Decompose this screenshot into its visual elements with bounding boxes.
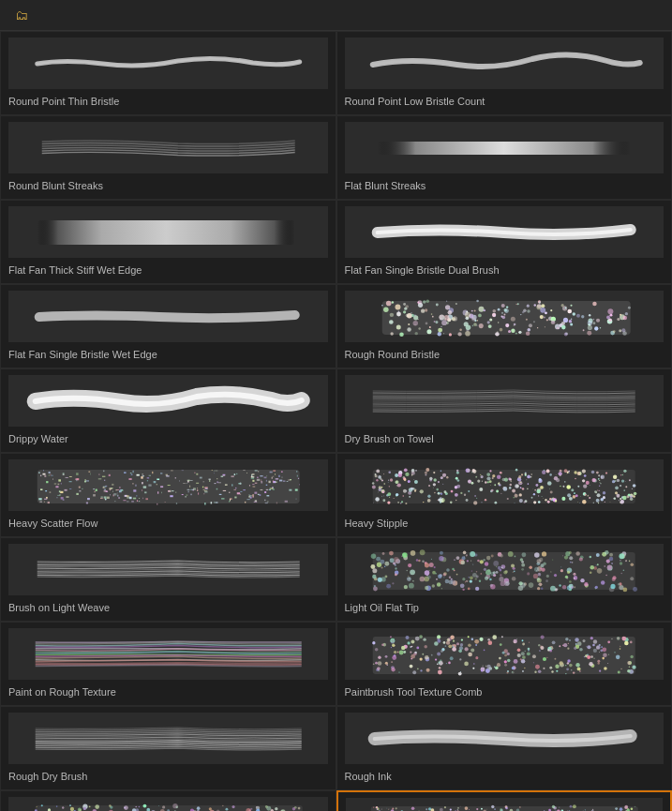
brush-item-round-blunt[interactable]: Round Blunt Streaks xyxy=(0,115,336,200)
svg-rect-408 xyxy=(280,471,282,472)
svg-point-75 xyxy=(617,317,620,320)
svg-point-1070 xyxy=(541,587,543,589)
svg-point-804 xyxy=(408,480,411,483)
svg-point-1286 xyxy=(575,642,577,644)
brush-preview-rough-ink xyxy=(345,713,665,764)
svg-rect-463 xyxy=(204,487,207,488)
svg-point-660 xyxy=(434,491,436,493)
brush-item-brush-light-weave[interactable]: Brush on Light Weave xyxy=(0,537,336,622)
svg-point-840 xyxy=(508,477,511,480)
svg-rect-455 xyxy=(112,483,113,485)
brush-preview-heavy-stipple xyxy=(345,459,665,511)
svg-point-594 xyxy=(531,496,533,498)
svg-point-1446 xyxy=(297,806,300,809)
svg-rect-457 xyxy=(63,474,64,475)
svg-rect-422 xyxy=(187,488,189,489)
svg-point-1185 xyxy=(620,645,620,646)
brush-item-paintbrush-comb[interactable]: Paintbrush Tool Texture Comb xyxy=(336,622,673,706)
brush-preview-flat-blunt xyxy=(345,122,665,173)
svg-point-1359 xyxy=(425,654,429,659)
svg-point-1038 xyxy=(384,575,387,578)
svg-point-56 xyxy=(479,323,484,328)
svg-point-1787 xyxy=(440,807,443,811)
svg-rect-241 xyxy=(112,490,113,492)
svg-point-865 xyxy=(406,569,407,570)
svg-point-1361 xyxy=(394,650,396,653)
brush-preview-round-point-low xyxy=(345,38,665,89)
brush-item-flat-fan-dual[interactable]: Flat Fan Single Bristle Dual Brush xyxy=(336,200,673,284)
brush-item-dry-brush-towel[interactable]: Dry Brush on Towel xyxy=(336,368,673,453)
svg-point-1055 xyxy=(485,569,491,575)
brush-item-scattered-dry-small[interactable]: Scattered Dry Brush Small Tip xyxy=(336,790,673,811)
svg-point-1078 xyxy=(552,559,553,560)
svg-rect-232 xyxy=(286,481,288,482)
svg-rect-430 xyxy=(74,478,76,479)
brush-item-round-point-thin[interactable]: Round Point Thin Bristle xyxy=(0,31,336,115)
svg-rect-381 xyxy=(44,498,47,499)
svg-point-1181 xyxy=(597,662,599,664)
svg-point-1507 xyxy=(124,806,126,808)
svg-rect-313 xyxy=(272,475,274,476)
svg-point-1037 xyxy=(511,563,515,567)
svg-point-1172 xyxy=(592,643,595,646)
svg-point-1155 xyxy=(378,655,381,658)
svg-rect-329 xyxy=(254,482,257,483)
svg-point-719 xyxy=(538,495,539,496)
brush-item-rough-round[interactable]: Rough Round Bristle xyxy=(336,284,673,368)
brush-item-flat-fan-thick[interactable]: Flat Fan Thick Stiff Wet Edge xyxy=(0,200,336,284)
svg-rect-307 xyxy=(114,500,115,501)
svg-point-970 xyxy=(609,556,613,560)
brush-item-flat-fan-single-wet[interactable]: Flat Fan Single Bristle Wet Edge xyxy=(0,284,336,368)
svg-point-29 xyxy=(562,306,567,310)
svg-point-153 xyxy=(489,318,492,321)
svg-point-1545 xyxy=(69,804,71,806)
svg-rect-380 xyxy=(202,486,202,488)
svg-point-1068 xyxy=(390,558,395,563)
svg-rect-369 xyxy=(282,480,285,481)
svg-point-42 xyxy=(426,299,429,303)
brush-preview-flat-fan-thick xyxy=(8,206,328,258)
svg-point-822 xyxy=(379,486,381,488)
svg-point-860 xyxy=(463,550,467,554)
svg-point-812 xyxy=(439,498,442,502)
svg-point-1159 xyxy=(535,664,540,668)
svg-rect-209 xyxy=(250,477,253,479)
brush-item-flat-blunt[interactable]: Flat Blunt Streaks xyxy=(336,115,673,200)
svg-point-506 xyxy=(455,476,458,479)
svg-rect-500 xyxy=(289,488,291,490)
brush-item-rough-dry-brush[interactable]: Rough Dry Brush xyxy=(0,706,336,790)
svg-point-1243 xyxy=(560,661,563,665)
svg-point-1715 xyxy=(222,804,223,805)
svg-point-882 xyxy=(395,567,396,569)
svg-rect-486 xyxy=(98,473,99,474)
svg-point-1049 xyxy=(630,577,634,580)
svg-point-200 xyxy=(561,324,566,329)
svg-point-1293 xyxy=(563,643,567,647)
svg-rect-406 xyxy=(110,488,112,488)
brush-item-scattered-dry[interactable]: Scattered Dry Brush xyxy=(0,790,336,811)
svg-point-992 xyxy=(462,588,464,590)
brush-name-flat-blunt: Flat Blunt Streaks xyxy=(345,177,665,192)
svg-rect-465 xyxy=(217,481,217,483)
brush-item-heavy-stipple[interactable]: Heavy Stipple xyxy=(336,453,673,537)
svg-point-691 xyxy=(464,493,466,495)
svg-rect-428 xyxy=(76,479,77,481)
brush-item-rough-ink[interactable]: Rough Ink xyxy=(336,706,673,790)
brush-item-light-oil-flat[interactable]: Light Oil Flat Tip xyxy=(336,537,673,622)
svg-rect-339 xyxy=(179,480,180,481)
svg-point-1273 xyxy=(546,656,547,657)
svg-point-195 xyxy=(407,312,412,318)
brush-item-round-point-low[interactable]: Round Point Low Bristle Count xyxy=(336,31,673,115)
brush-item-heavy-scatter[interactable]: Heavy Scatter Flow xyxy=(0,453,336,537)
svg-point-1394 xyxy=(401,645,405,649)
brush-item-drippy-water[interactable]: Drippy Water xyxy=(0,368,336,453)
folder-icon: 🗂 xyxy=(15,8,28,23)
svg-point-1310 xyxy=(567,647,569,649)
svg-point-1069 xyxy=(560,569,563,572)
svg-point-49 xyxy=(443,333,444,334)
svg-point-795 xyxy=(486,476,490,480)
svg-point-850 xyxy=(613,474,617,478)
brush-name-flat-fan-dual: Flat Fan Single Bristle Dual Brush xyxy=(345,262,665,277)
brush-item-paint-rough[interactable]: Paint on Rough Texture xyxy=(0,622,336,706)
svg-point-724 xyxy=(598,477,600,479)
